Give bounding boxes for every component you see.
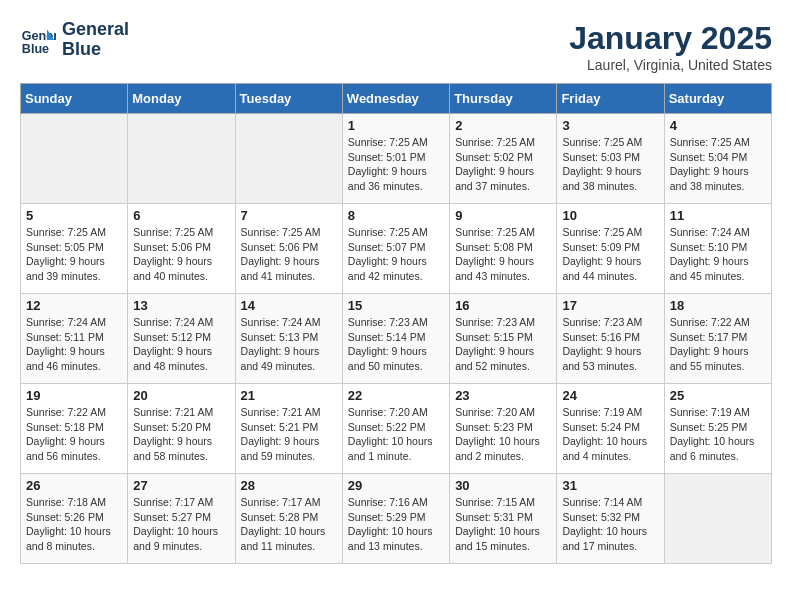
day-info: Sunrise: 7:25 AM Sunset: 5:07 PM Dayligh… <box>348 225 444 284</box>
calendar-cell: 7Sunrise: 7:25 AM Sunset: 5:06 PM Daylig… <box>235 204 342 294</box>
day-number: 25 <box>670 388 766 403</box>
calendar-cell: 14Sunrise: 7:24 AM Sunset: 5:13 PM Dayli… <box>235 294 342 384</box>
calendar-header-row: SundayMondayTuesdayWednesdayThursdayFrid… <box>21 84 772 114</box>
day-info: Sunrise: 7:21 AM Sunset: 5:20 PM Dayligh… <box>133 405 229 464</box>
logo-icon: General Blue <box>20 22 56 58</box>
day-info: Sunrise: 7:23 AM Sunset: 5:16 PM Dayligh… <box>562 315 658 374</box>
calendar-cell: 22Sunrise: 7:20 AM Sunset: 5:22 PM Dayli… <box>342 384 449 474</box>
calendar-table: SundayMondayTuesdayWednesdayThursdayFrid… <box>20 83 772 564</box>
calendar-cell: 6Sunrise: 7:25 AM Sunset: 5:06 PM Daylig… <box>128 204 235 294</box>
day-info: Sunrise: 7:22 AM Sunset: 5:17 PM Dayligh… <box>670 315 766 374</box>
day-info: Sunrise: 7:25 AM Sunset: 5:06 PM Dayligh… <box>241 225 337 284</box>
day-info: Sunrise: 7:20 AM Sunset: 5:22 PM Dayligh… <box>348 405 444 464</box>
day-info: Sunrise: 7:24 AM Sunset: 5:10 PM Dayligh… <box>670 225 766 284</box>
day-number: 20 <box>133 388 229 403</box>
day-info: Sunrise: 7:22 AM Sunset: 5:18 PM Dayligh… <box>26 405 122 464</box>
day-number: 23 <box>455 388 551 403</box>
day-number: 10 <box>562 208 658 223</box>
day-number: 27 <box>133 478 229 493</box>
day-number: 11 <box>670 208 766 223</box>
day-number: 3 <box>562 118 658 133</box>
day-number: 14 <box>241 298 337 313</box>
day-number: 1 <box>348 118 444 133</box>
day-info: Sunrise: 7:24 AM Sunset: 5:11 PM Dayligh… <box>26 315 122 374</box>
day-info: Sunrise: 7:23 AM Sunset: 5:15 PM Dayligh… <box>455 315 551 374</box>
calendar-cell: 25Sunrise: 7:19 AM Sunset: 5:25 PM Dayli… <box>664 384 771 474</box>
calendar-cell: 8Sunrise: 7:25 AM Sunset: 5:07 PM Daylig… <box>342 204 449 294</box>
calendar-cell: 23Sunrise: 7:20 AM Sunset: 5:23 PM Dayli… <box>450 384 557 474</box>
day-header-saturday: Saturday <box>664 84 771 114</box>
day-number: 19 <box>26 388 122 403</box>
day-info: Sunrise: 7:25 AM Sunset: 5:08 PM Dayligh… <box>455 225 551 284</box>
calendar-cell: 16Sunrise: 7:23 AM Sunset: 5:15 PM Dayli… <box>450 294 557 384</box>
calendar-cell: 13Sunrise: 7:24 AM Sunset: 5:12 PM Dayli… <box>128 294 235 384</box>
day-info: Sunrise: 7:24 AM Sunset: 5:13 PM Dayligh… <box>241 315 337 374</box>
day-number: 31 <box>562 478 658 493</box>
day-info: Sunrise: 7:25 AM Sunset: 5:04 PM Dayligh… <box>670 135 766 194</box>
day-number: 12 <box>26 298 122 313</box>
day-info: Sunrise: 7:24 AM Sunset: 5:12 PM Dayligh… <box>133 315 229 374</box>
calendar-cell: 19Sunrise: 7:22 AM Sunset: 5:18 PM Dayli… <box>21 384 128 474</box>
day-number: 26 <box>26 478 122 493</box>
calendar-cell: 21Sunrise: 7:21 AM Sunset: 5:21 PM Dayli… <box>235 384 342 474</box>
day-info: Sunrise: 7:17 AM Sunset: 5:28 PM Dayligh… <box>241 495 337 554</box>
week-row-2: 5Sunrise: 7:25 AM Sunset: 5:05 PM Daylig… <box>21 204 772 294</box>
day-header-monday: Monday <box>128 84 235 114</box>
calendar-cell: 24Sunrise: 7:19 AM Sunset: 5:24 PM Dayli… <box>557 384 664 474</box>
day-number: 13 <box>133 298 229 313</box>
day-number: 22 <box>348 388 444 403</box>
logo: General Blue General Blue <box>20 20 129 60</box>
calendar-cell: 11Sunrise: 7:24 AM Sunset: 5:10 PM Dayli… <box>664 204 771 294</box>
day-header-sunday: Sunday <box>21 84 128 114</box>
calendar-cell <box>235 114 342 204</box>
day-info: Sunrise: 7:19 AM Sunset: 5:25 PM Dayligh… <box>670 405 766 464</box>
day-number: 8 <box>348 208 444 223</box>
calendar-cell <box>21 114 128 204</box>
day-info: Sunrise: 7:25 AM Sunset: 5:06 PM Dayligh… <box>133 225 229 284</box>
logo-text: General Blue <box>62 20 129 60</box>
day-info: Sunrise: 7:23 AM Sunset: 5:14 PM Dayligh… <box>348 315 444 374</box>
day-header-wednesday: Wednesday <box>342 84 449 114</box>
day-number: 28 <box>241 478 337 493</box>
day-number: 16 <box>455 298 551 313</box>
page-header: General Blue General Blue January 2025 L… <box>20 20 772 73</box>
day-info: Sunrise: 7:17 AM Sunset: 5:27 PM Dayligh… <box>133 495 229 554</box>
day-number: 29 <box>348 478 444 493</box>
day-info: Sunrise: 7:21 AM Sunset: 5:21 PM Dayligh… <box>241 405 337 464</box>
week-row-4: 19Sunrise: 7:22 AM Sunset: 5:18 PM Dayli… <box>21 384 772 474</box>
calendar-cell: 4Sunrise: 7:25 AM Sunset: 5:04 PM Daylig… <box>664 114 771 204</box>
calendar-cell: 27Sunrise: 7:17 AM Sunset: 5:27 PM Dayli… <box>128 474 235 564</box>
day-info: Sunrise: 7:25 AM Sunset: 5:03 PM Dayligh… <box>562 135 658 194</box>
day-info: Sunrise: 7:18 AM Sunset: 5:26 PM Dayligh… <box>26 495 122 554</box>
calendar-cell: 29Sunrise: 7:16 AM Sunset: 5:29 PM Dayli… <box>342 474 449 564</box>
calendar-cell: 20Sunrise: 7:21 AM Sunset: 5:20 PM Dayli… <box>128 384 235 474</box>
calendar-cell: 9Sunrise: 7:25 AM Sunset: 5:08 PM Daylig… <box>450 204 557 294</box>
week-row-5: 26Sunrise: 7:18 AM Sunset: 5:26 PM Dayli… <box>21 474 772 564</box>
day-header-thursday: Thursday <box>450 84 557 114</box>
day-number: 17 <box>562 298 658 313</box>
calendar-cell: 30Sunrise: 7:15 AM Sunset: 5:31 PM Dayli… <box>450 474 557 564</box>
day-info: Sunrise: 7:25 AM Sunset: 5:05 PM Dayligh… <box>26 225 122 284</box>
day-info: Sunrise: 7:16 AM Sunset: 5:29 PM Dayligh… <box>348 495 444 554</box>
day-info: Sunrise: 7:19 AM Sunset: 5:24 PM Dayligh… <box>562 405 658 464</box>
day-info: Sunrise: 7:15 AM Sunset: 5:31 PM Dayligh… <box>455 495 551 554</box>
day-number: 30 <box>455 478 551 493</box>
calendar-cell: 2Sunrise: 7:25 AM Sunset: 5:02 PM Daylig… <box>450 114 557 204</box>
title-block: January 2025 Laurel, Virginia, United St… <box>569 20 772 73</box>
calendar-cell <box>664 474 771 564</box>
svg-text:Blue: Blue <box>22 41 49 55</box>
calendar-cell: 18Sunrise: 7:22 AM Sunset: 5:17 PM Dayli… <box>664 294 771 384</box>
day-info: Sunrise: 7:25 AM Sunset: 5:01 PM Dayligh… <box>348 135 444 194</box>
calendar-cell: 5Sunrise: 7:25 AM Sunset: 5:05 PM Daylig… <box>21 204 128 294</box>
calendar-cell: 28Sunrise: 7:17 AM Sunset: 5:28 PM Dayli… <box>235 474 342 564</box>
month-title: January 2025 <box>569 20 772 57</box>
day-number: 4 <box>670 118 766 133</box>
calendar-cell: 15Sunrise: 7:23 AM Sunset: 5:14 PM Dayli… <box>342 294 449 384</box>
day-info: Sunrise: 7:25 AM Sunset: 5:02 PM Dayligh… <box>455 135 551 194</box>
day-header-friday: Friday <box>557 84 664 114</box>
calendar-cell: 12Sunrise: 7:24 AM Sunset: 5:11 PM Dayli… <box>21 294 128 384</box>
day-header-tuesday: Tuesday <box>235 84 342 114</box>
calendar-cell: 31Sunrise: 7:14 AM Sunset: 5:32 PM Dayli… <box>557 474 664 564</box>
calendar-cell: 3Sunrise: 7:25 AM Sunset: 5:03 PM Daylig… <box>557 114 664 204</box>
week-row-1: 1Sunrise: 7:25 AM Sunset: 5:01 PM Daylig… <box>21 114 772 204</box>
